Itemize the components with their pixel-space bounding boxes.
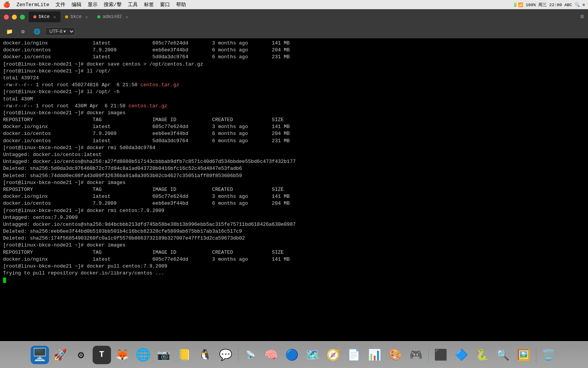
line-10: -rw-r--r-- 1 root root 430M Apr 6 21:58 … [3, 103, 585, 110]
dock-vscode[interactable]: 🔷 [452, 346, 471, 364]
dock-photos2[interactable]: 🖼️ [514, 346, 533, 364]
dock-search[interactable]: 🔍 [494, 346, 512, 364]
dock-game[interactable]: 🎮 [407, 346, 425, 364]
dock-pycharm[interactable]: 🐍 [473, 346, 492, 364]
tab-dot-orange [65, 15, 68, 18]
terminal-content[interactable]: docker.io/nginx latest 605c77e624dd 3 mo… [0, 38, 588, 341]
dock-launchpad[interactable]: 🚀 [51, 346, 70, 364]
line-4: [root@linux-bkce-node21 ~]# docker save … [3, 61, 585, 68]
sidebar-toggle[interactable]: ≡ [580, 13, 584, 21]
dock-finder[interactable]: 🖥️ [31, 346, 49, 364]
dock-maps[interactable]: 🗺️ [304, 346, 322, 364]
menu-window[interactable]: 窗口 [160, 1, 170, 8]
menu-view[interactable]: 显示 [88, 1, 98, 8]
line-6: total 439724 [3, 75, 585, 82]
line-11: [root@linux-bkce-node21 ~]# docker image… [3, 110, 585, 117]
app-name[interactable]: ZenTermLite [16, 2, 49, 8]
title-bar: bkce ✕ bkce ✕ admin02 ✕ ≡ [0, 9, 588, 25]
line-14: docker.io/centos 7.9.2009 eeb6ee3f44bd 6… [3, 130, 585, 137]
dock-jira[interactable]: 🔵 [283, 346, 301, 364]
dock-safari[interactable]: 🧭 [324, 346, 343, 364]
close-button[interactable] [4, 15, 9, 20]
menubar-icons: 🔋📶 100% 周三 22:00 ABC 🔍 ≡ [513, 2, 585, 8]
line-21: [root@linux-bkce-node21 ~]# docker image… [3, 179, 585, 186]
line-26: Untagged: centos:7.9.2009 [3, 214, 585, 221]
traffic-lights [4, 15, 25, 20]
apple-menu[interactable]: 🍎 [3, 1, 10, 8]
tab-label-3: admin02 [103, 14, 122, 20]
menu-edit[interactable]: 编辑 [72, 1, 82, 8]
tab-close-1[interactable]: ✕ [54, 15, 56, 20]
dock-wps[interactable]: 📊 [366, 346, 384, 364]
line-13: docker.io/nginx latest 605c77e624dd 3 mo… [3, 123, 585, 130]
menu-help[interactable]: 帮助 [176, 1, 186, 8]
line-32: docker.io/nginx latest 605c77e624dd 3 mo… [3, 256, 585, 263]
dock-terminal[interactable]: ⬛ [432, 346, 450, 364]
dock-photos[interactable]: 📷 [155, 346, 173, 364]
encoding-selector[interactable]: UTF-8 ▾ [45, 27, 75, 36]
line-cursor [3, 277, 585, 284]
folder-button[interactable]: 📁 [4, 27, 15, 36]
line-17: Untagged: docker.io/centos:latest [3, 151, 585, 158]
line-31: REPOSITORY TAG IMAGE ID CREATED SIZE [3, 249, 585, 256]
line-5: [root@linux-bkce-node21 ~]# ll /opt/ [3, 68, 585, 75]
line-30: [root@linux-bkce-node21 ~]# docker image… [3, 242, 585, 249]
line-16: [root@linux-bkce-node21 ~]# docker rmi 5… [3, 145, 585, 151]
menubar-left: 🍎 ZenTermLite 文件 编辑 显示 搜索/擊 工具 标签 窗口 帮助 [3, 1, 186, 8]
line-9: total 430M [3, 96, 585, 103]
line-1: docker.io/nginx latest 605c77e624dd 3 mo… [3, 40, 585, 47]
tab-label-2: bkce [70, 14, 82, 20]
dock-firefox[interactable]: 🦊 [113, 346, 132, 364]
maximize-button[interactable] [20, 15, 25, 20]
line-33: [root@linux-bkce-node21 ~]# docker pull … [3, 263, 585, 270]
menubar: 🍎 ZenTermLite 文件 编辑 显示 搜索/擊 工具 标签 窗口 帮助 … [0, 0, 588, 9]
dock-separator-3 [536, 347, 536, 363]
settings-button[interactable]: ⚙️ [18, 27, 28, 36]
dock-wechat[interactable]: 💬 [217, 346, 235, 364]
tab-label-1: bkce [39, 14, 50, 20]
dock-separator-2 [428, 347, 429, 363]
menu-tools[interactable]: 工具 [128, 1, 138, 8]
minimize-button[interactable] [12, 15, 17, 20]
dock: 🖥️ 🚀 ⚙️ T 🦊 🌐 📷 📒 🐧 💬 📡 🧠 🔵 🗺️ 🧭 📄 📊 🎨 🎮… [0, 341, 588, 368]
tab-dot-green [97, 15, 100, 18]
dock-typora[interactable]: T [93, 346, 111, 364]
dock-zmodem[interactable]: 📡 [242, 346, 260, 364]
tab-bkce-2[interactable]: bkce ✕ [60, 12, 92, 22]
tab-dot-red [33, 15, 36, 18]
dock-system-prefs[interactable]: ⚙️ [72, 346, 90, 364]
line-20: Deleted: sha256:74ddd0ec08fa43d09f32636b… [3, 172, 585, 179]
tab-close-2[interactable]: ✕ [85, 15, 88, 20]
dock-chrome[interactable]: 🌐 [134, 346, 152, 364]
line-19: Deleted: sha256:5d0da3dc976460b72c77d94c… [3, 165, 585, 172]
menu-search[interactable]: 搜索/擊 [104, 1, 122, 8]
menu-tags[interactable]: 标签 [144, 1, 154, 8]
dock-separator-1 [238, 347, 238, 363]
line-25: [root@linux-bkce-node21 ~]# docker rmi c… [3, 207, 585, 214]
dock-trash[interactable]: 🗑️ [539, 346, 558, 364]
dock-keynote[interactable]: 🎨 [386, 346, 405, 364]
line-7: -rw-r--r-- 1 root root 450274816 Apr 6 2… [3, 82, 585, 89]
line-3: docker.io/centos latest 5d0da3dc9764 6 m… [3, 54, 585, 61]
line-27: Untagged: docker.io/centos@sha256:9d4bcb… [3, 221, 585, 228]
tab-bkce-1[interactable]: bkce ✕ [29, 12, 60, 22]
line-29: Deleted: sha256:174f56854903260fc0a1c0f5… [3, 235, 585, 242]
line-23: docker.io/nginx latest 605c77e624dd 3 mo… [3, 193, 585, 200]
dock-notes[interactable]: 📒 [175, 346, 194, 364]
terminal-window: bkce ✕ bkce ✕ admin02 ✕ ≡ 📁 ⚙️ 🌐 UTF-8 ▾ [0, 9, 588, 341]
line-12: REPOSITORY TAG IMAGE ID CREATED SIZE [3, 117, 585, 123]
line-2: docker.io/centos 7.9.2009 eeb6ee3f44bd 6… [3, 47, 585, 54]
dock-word[interactable]: 📄 [345, 346, 363, 364]
tab-admin02[interactable]: admin02 ✕ [93, 12, 133, 22]
globe-button[interactable]: 🌐 [31, 27, 42, 36]
tab-close-3[interactable]: ✕ [126, 15, 128, 20]
line-15: docker.io/centos latest 5d0da3dc9764 6 m… [3, 138, 585, 145]
tab-bar: bkce ✕ bkce ✕ admin02 ✕ [29, 12, 580, 22]
dock-qq[interactable]: 🐧 [196, 346, 214, 364]
line-28: Deleted: sha256:eeb6ee3f44bd0b5103bb501b… [3, 228, 585, 235]
menu-file[interactable]: 文件 [56, 1, 65, 8]
dock-xmind[interactable]: 🧠 [262, 346, 281, 364]
terminal-cursor [3, 278, 6, 283]
line-24: docker.io/centos 7.9.2009 eeb6ee3f44bd 6… [3, 200, 585, 207]
line-34: Trying to pull repository docker.io/libr… [3, 270, 585, 277]
